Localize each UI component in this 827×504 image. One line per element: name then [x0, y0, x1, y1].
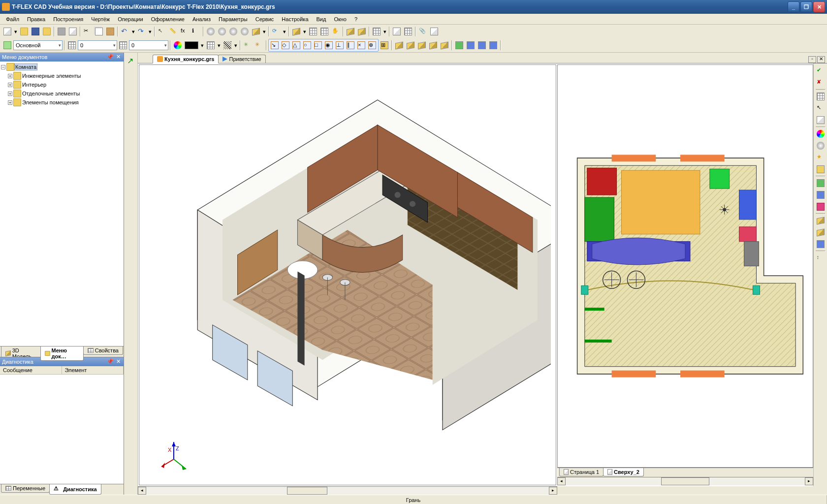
snap-6[interactable]: ◉	[323, 40, 334, 51]
expand-icon[interactable]: +	[8, 92, 12, 96]
rvt-16[interactable]: ↕	[815, 252, 826, 263]
expand-icon[interactable]: +	[8, 100, 12, 105]
material-button[interactable]	[205, 40, 216, 51]
hatch-dd[interactable]: ▾	[233, 40, 238, 51]
prim-2[interactable]	[405, 40, 416, 51]
rvt-3[interactable]	[815, 91, 826, 102]
cut-button[interactable]: ✂	[82, 26, 93, 37]
tab-diagnostics[interactable]: ⚠Диагностика	[49, 484, 101, 495]
attach-button[interactable]: 📎	[417, 26, 428, 37]
select-button[interactable]: ↖	[157, 26, 167, 37]
diag-col-message[interactable]: Сообщение	[0, 366, 62, 374]
hscroll-3d[interactable]: ◂ ▸	[138, 486, 557, 495]
rvt-9[interactable]	[815, 164, 826, 175]
tree-item[interactable]: Интерьер	[21, 81, 47, 88]
tab-doc-menu[interactable]: Меню док…	[40, 346, 84, 361]
restore-doc-button[interactable]: ▫	[808, 56, 816, 63]
new-dropdown[interactable]: ▾	[13, 26, 18, 37]
prim-1[interactable]	[394, 40, 405, 51]
level-button[interactable]	[66, 40, 77, 51]
pin-button[interactable]: 📌	[107, 358, 114, 365]
tree-item[interactable]: Элементы помещения	[21, 99, 80, 106]
paste-button[interactable]	[105, 26, 116, 37]
viewport-3d[interactable]: X Z	[139, 64, 556, 485]
color-button[interactable]	[172, 40, 183, 51]
snap-7[interactable]: ⊥	[334, 40, 345, 51]
priority-spin[interactable]: 0	[129, 40, 168, 50]
snap-2[interactable]: ◇	[280, 40, 291, 51]
view-dd[interactable]: ▾	[302, 26, 307, 37]
prim-5[interactable]	[439, 40, 450, 51]
rvt-14[interactable]	[815, 227, 826, 238]
drawing-button[interactable]	[391, 26, 402, 37]
expand-icon[interactable]: +	[8, 74, 12, 78]
menu-operations[interactable]: Операции	[114, 15, 147, 23]
regen-button[interactable]: ⟳	[271, 26, 282, 37]
redo-button[interactable]: ↷	[136, 26, 147, 37]
pan-button[interactable]: ✋	[330, 26, 341, 37]
library-button[interactable]	[41, 26, 52, 37]
snap-9[interactable]: ×	[356, 40, 367, 51]
document-tree[interactable]: − Комната + Инженерные элементы + Интерь…	[0, 62, 124, 346]
vars-button[interactable]: fx	[179, 26, 190, 37]
doc-tab-welcome[interactable]: Приветствие	[218, 55, 265, 63]
material-dd[interactable]: ▾	[217, 40, 222, 51]
export-button[interactable]	[429, 26, 440, 37]
rvt-15[interactable]	[815, 239, 826, 250]
maximize-button[interactable]: ❐	[800, 1, 812, 12]
menu-service[interactable]: Сервис	[252, 15, 278, 23]
diag-col-element[interactable]: Элемент	[62, 366, 124, 374]
tree-item[interactable]: Отделочные элементы	[21, 90, 81, 97]
fragm-button[interactable]: ✳	[242, 40, 253, 51]
menu-params[interactable]: Параметры	[215, 15, 252, 23]
hscroll-2d[interactable]: ◂ ▸	[557, 477, 813, 485]
open-button[interactable]	[19, 26, 30, 37]
tab-properties[interactable]: Свойства	[83, 346, 123, 355]
scroll-left[interactable]: ◂	[557, 477, 566, 485]
hatch-button[interactable]	[222, 40, 233, 51]
snap-3[interactable]: △	[291, 40, 302, 51]
scroll-right[interactable]: ▸	[805, 477, 813, 485]
rvt-2[interactable]: ✘	[815, 77, 826, 88]
color-dd[interactable]: ▾	[200, 42, 205, 49]
close-panel-button[interactable]: ✕	[115, 54, 122, 61]
scroll-left[interactable]: ◂	[138, 487, 146, 495]
bom-button[interactable]	[371, 26, 382, 37]
snap-10[interactable]: ⊕	[367, 40, 378, 51]
diag-table[interactable]	[0, 375, 124, 484]
measure-button[interactable]: 📏	[168, 26, 179, 37]
collapse-icon[interactable]: −	[1, 65, 5, 69]
close-panel-button[interactable]: ✕	[115, 358, 122, 365]
close-doc-button[interactable]: ✕	[817, 56, 825, 63]
tab-variables[interactable]: Переменные	[1, 484, 50, 493]
layer-combo[interactable]: Основной	[13, 40, 63, 50]
render-dd[interactable]: ▾	[262, 26, 267, 37]
rvt-12[interactable]	[815, 201, 826, 212]
rvt-11[interactable]	[815, 189, 826, 200]
rvt-13[interactable]	[815, 215, 826, 226]
menu-construct[interactable]: Построения	[49, 15, 87, 23]
new-button[interactable]	[2, 26, 13, 37]
scroll-thumb[interactable]	[287, 487, 327, 495]
minimize-button[interactable]: _	[788, 1, 799, 12]
scroll-right[interactable]: ▸	[549, 487, 557, 495]
bool-1[interactable]	[454, 40, 465, 51]
save-button[interactable]	[30, 26, 41, 37]
undo-button[interactable]: ↶	[120, 26, 130, 37]
bool-4[interactable]	[488, 40, 499, 51]
regen-dd[interactable]: ▾	[282, 26, 287, 37]
page-tab-1[interactable]: Страница 1	[559, 468, 604, 476]
close-button[interactable]: ✕	[813, 1, 825, 12]
pin-button[interactable]: 📌	[107, 54, 114, 61]
prim-4[interactable]	[428, 40, 439, 51]
snap-8[interactable]: ∥	[345, 40, 356, 51]
menu-drawing[interactable]: Чертёж	[87, 15, 114, 23]
rvt-1[interactable]: ✔	[815, 65, 826, 76]
rvt-10[interactable]	[815, 178, 826, 189]
render-btn5[interactable]	[251, 26, 261, 37]
menu-help[interactable]: ?	[350, 15, 361, 23]
menu-analysis[interactable]: Анализ	[189, 15, 215, 23]
rvt-5[interactable]	[815, 115, 826, 126]
render-btn4[interactable]	[239, 26, 250, 37]
bool-3[interactable]	[477, 40, 487, 51]
